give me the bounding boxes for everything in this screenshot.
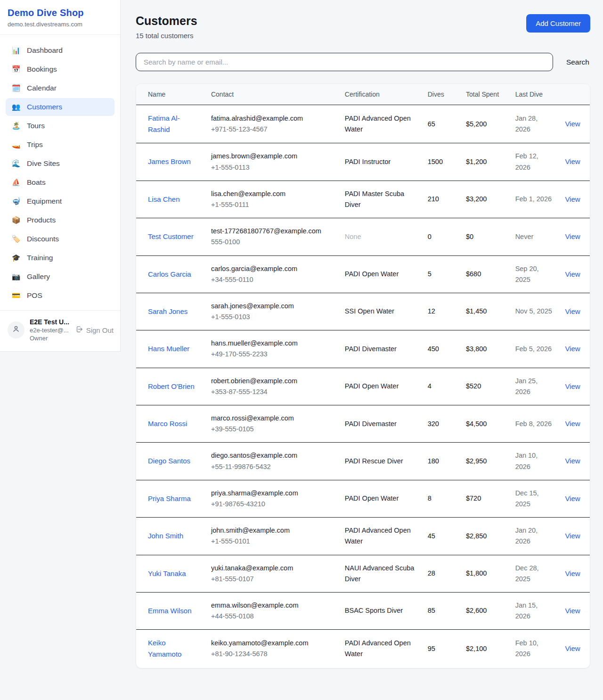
customer-name-cell: Keiko Yamamoto <box>136 630 205 668</box>
view-link[interactable]: View <box>565 157 580 165</box>
customer-name-link[interactable]: Keiko Yamamoto <box>148 639 181 658</box>
sidebar-item-training[interactable]: 🎓Training <box>6 249 114 267</box>
sidebar-nav: 📊Dashboard📅Bookings🗓️Calendar👥Customers🏝… <box>0 35 120 310</box>
customer-name-link[interactable]: James Brown <box>148 157 191 165</box>
customer-total-spent-cell: $1,200 <box>460 143 510 181</box>
customer-total-spent-cell: $680 <box>460 255 510 293</box>
column-header-name: Name <box>136 84 205 105</box>
customer-email: john.smith@example.com <box>211 525 334 536</box>
table-row: Sarah Jonessarah.jones@example.com+1-555… <box>136 293 590 330</box>
sidebar-item-bookings[interactable]: 📅Bookings <box>6 60 114 78</box>
customer-name-link[interactable]: John Smith <box>148 532 183 540</box>
customer-certification-cell: BSAC Sports Diver <box>339 592 422 629</box>
view-link[interactable]: View <box>565 420 580 428</box>
customer-email: emma.wilson@example.com <box>211 600 334 611</box>
sidebar-item-calendar[interactable]: 🗓️Calendar <box>6 79 114 97</box>
customer-contact-cell: fatima.alrashid@example.com+971-55-123-4… <box>205 105 339 143</box>
customer-phone: +971-55-123-4567 <box>211 124 334 135</box>
customer-name-link[interactable]: Emma Wilson <box>148 607 192 615</box>
view-link[interactable]: View <box>565 494 580 502</box>
customer-certification-cell: PADI Instructor <box>339 143 422 181</box>
sidebar-item-equipment[interactable]: 🤿Equipment <box>6 192 114 210</box>
customer-email: lisa.chen@example.com <box>211 189 334 199</box>
customer-total-spent-cell: $720 <box>460 480 510 517</box>
customer-total-spent-cell: $1,800 <box>460 555 510 592</box>
customer-name-link[interactable]: Hans Mueller <box>148 345 189 353</box>
sidebar-item-discounts[interactable]: 🏷️Discounts <box>6 230 114 248</box>
sidebar-item-pos[interactable]: 💳POS <box>6 287 114 305</box>
column-header-action <box>559 84 590 105</box>
customer-name-link[interactable]: Carlos Garcia <box>148 270 191 278</box>
sidebar-item-label: Dive Sites <box>27 159 60 168</box>
view-link[interactable]: View <box>565 607 580 615</box>
customer-last-dive-cell: Dec 15, 2025 <box>510 480 560 517</box>
gallery-icon: 📷 <box>11 272 21 281</box>
customer-certification-cell: NAUI Advanced Scuba Diver <box>339 555 422 592</box>
search-input[interactable] <box>136 53 553 71</box>
view-link[interactable]: View <box>565 270 580 278</box>
customer-email: sarah.jones@example.com <box>211 301 334 312</box>
sidebar-item-products[interactable]: 📦Products <box>6 211 114 229</box>
sidebar-item-trips[interactable]: 🚤Trips <box>6 136 114 154</box>
customer-certification-cell: PADI Rescue Diver <box>339 443 422 480</box>
sidebar-item-boats[interactable]: ⛵Boats <box>6 173 114 191</box>
view-link[interactable]: View <box>565 195 580 203</box>
sidebar-item-dive-sites[interactable]: 🌊Dive Sites <box>6 155 114 173</box>
customer-name-link[interactable]: Sarah Jones <box>148 307 187 315</box>
customer-name-link[interactable]: Test Customer <box>148 232 194 240</box>
customer-name-link[interactable]: Fatima Al-Rashid <box>148 114 180 133</box>
customer-last-dive-cell: Nov 5, 2025 <box>510 293 560 330</box>
customer-last-dive-cell: Dec 28, 2025 <box>510 555 560 592</box>
view-link[interactable]: View <box>565 120 580 128</box>
customer-total-spent-cell: $2,600 <box>460 592 510 629</box>
customer-name-cell: John Smith <box>136 518 205 555</box>
customer-last-dive-cell: Feb 8, 2026 <box>510 405 560 443</box>
customer-email: marco.rossi@example.com <box>211 413 334 424</box>
sidebar-item-label: Training <box>27 254 53 262</box>
view-link[interactable]: View <box>565 457 580 465</box>
customer-name-link[interactable]: Yuki Tanaka <box>148 569 186 577</box>
customer-certification-cell: PADI Divemaster <box>339 330 422 368</box>
view-link[interactable]: View <box>565 345 580 353</box>
sidebar-item-gallery[interactable]: 📷Gallery <box>6 268 114 286</box>
customer-name-cell: Fatima Al-Rashid <box>136 105 205 143</box>
customer-contact-cell: emma.wilson@example.com+44-555-0108 <box>205 592 339 629</box>
add-customer-button[interactable]: Add Customer <box>526 14 590 33</box>
sign-out-button[interactable]: Sign Out <box>75 325 114 335</box>
customer-last-dive-cell: Jan 15, 2026 <box>510 592 560 629</box>
customer-name-link[interactable]: Marco Rossi <box>148 420 187 428</box>
customer-dives-cell: 5 <box>422 255 460 293</box>
customer-contact-cell: sarah.jones@example.com+1-555-0103 <box>205 293 339 330</box>
view-link[interactable]: View <box>565 232 580 240</box>
sidebar-item-customers[interactable]: 👥Customers <box>6 98 114 116</box>
customer-name-link[interactable]: Priya Sharma <box>148 494 191 502</box>
customer-last-dive-cell: Jan 10, 2026 <box>510 443 560 480</box>
customer-action-cell: View <box>559 255 590 293</box>
sidebar-item-label: Tours <box>27 122 45 130</box>
pos-icon: 💳 <box>11 291 21 300</box>
search-button[interactable]: Search <box>565 58 590 66</box>
view-link[interactable]: View <box>565 569 580 577</box>
customer-name-link[interactable]: Lisa Chen <box>148 195 180 203</box>
sidebar-item-label: Trips <box>27 140 43 149</box>
customer-name-link[interactable]: Diego Santos <box>148 457 190 465</box>
customer-contact-cell: marco.rossi@example.com+39-555-0105 <box>205 405 339 443</box>
customer-dives-cell: 8 <box>422 480 460 517</box>
customer-name-link[interactable]: Robert O'Brien <box>148 382 195 390</box>
sidebar-item-dashboard[interactable]: 📊Dashboard <box>6 41 114 59</box>
customer-total-spent-cell: $520 <box>460 368 510 405</box>
customer-phone: +1-555-0103 <box>211 312 334 322</box>
customer-total-spent-cell: $1,450 <box>460 293 510 330</box>
sign-out-label: Sign Out <box>86 326 114 334</box>
customer-action-cell: View <box>559 105 590 143</box>
customer-action-cell: View <box>559 181 590 218</box>
table-row: Fatima Al-Rashidfatima.alrashid@example.… <box>136 105 590 143</box>
view-link[interactable]: View <box>565 382 580 390</box>
sidebar-item-tours[interactable]: 🏝️Tours <box>6 117 114 135</box>
sidebar-item-label: Gallery <box>27 272 50 281</box>
view-link[interactable]: View <box>565 644 580 652</box>
view-link[interactable]: View <box>565 532 580 540</box>
sidebar-item-label: Customers <box>27 103 62 111</box>
view-link[interactable]: View <box>565 307 580 315</box>
customer-email: priya.sharma@example.com <box>211 488 334 499</box>
